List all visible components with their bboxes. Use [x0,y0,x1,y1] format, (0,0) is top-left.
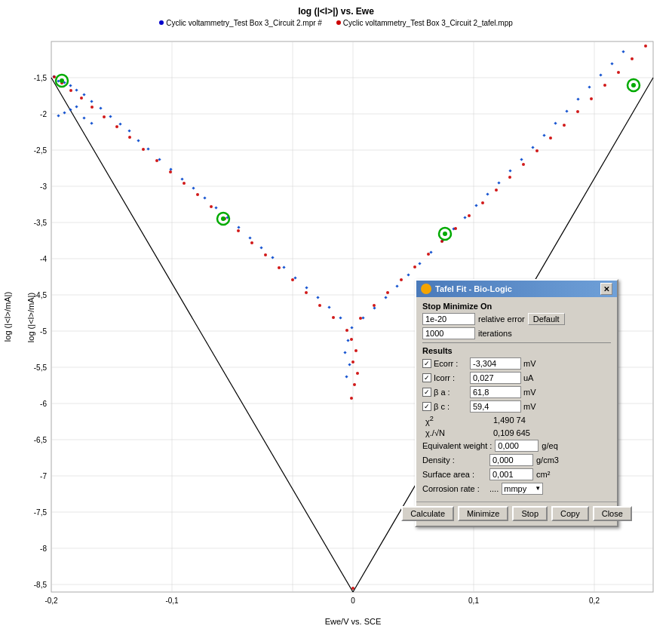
svg-text:-5,5: -5,5 [34,364,48,372]
ecorr-value[interactable] [470,357,521,370]
beta-c-value[interactable] [470,400,521,413]
svg-point-139 [481,201,484,204]
svg-point-147 [590,97,593,100]
svg-text:-1,5: -1,5 [34,74,48,82]
surface-area-row: Surface area : cm² [422,468,611,480]
svg-point-157 [350,397,353,400]
icorr-value[interactable] [470,372,521,384]
svg-point-170 [631,83,636,87]
svg-point-130 [359,317,362,320]
svg-point-152 [350,338,353,341]
stop-button[interactable]: Stop [512,506,548,521]
svg-point-127 [318,304,321,307]
ecorr-unit: mV [523,359,546,368]
svg-text:0,1: 0,1 [468,597,479,605]
icorr-checkbox[interactable] [422,373,431,382]
svg-text:-4,5: -4,5 [34,291,48,299]
svg-point-138 [468,214,471,217]
svg-point-134 [413,265,416,268]
iterations-row: iterations [422,327,611,339]
beta-a-value[interactable] [470,386,521,398]
beta-a-checkbox[interactable] [422,388,431,397]
svg-text:-4: -4 [40,255,47,263]
svg-point-116 [169,170,172,173]
relative-error-row: relative error Default [422,313,611,325]
svg-text:-8: -8 [40,545,47,553]
iterations-label: iterations [478,329,512,338]
equiv-weight-row: Equivalent weight : g/eq [422,440,611,452]
svg-point-153 [354,349,357,352]
icorr-label: Icorr : [434,373,468,382]
calculate-button[interactable]: Calculate [401,506,454,521]
default-button[interactable]: Default [528,313,565,325]
svg-point-111 [103,115,106,118]
surface-area-label: Surface area : [422,470,486,479]
svg-point-131 [373,304,376,307]
beta-c-row: β c : mV [422,400,611,413]
beta-a-unit: mV [523,388,546,397]
density-unit: g/cm3 [536,456,559,465]
beta-a-label: β a : [434,388,468,397]
surface-area-input[interactable] [489,468,533,480]
equiv-weight-input[interactable] [495,440,539,452]
icorr-unit: uA [523,373,546,382]
svg-text:-0,1: -0,1 [165,597,179,605]
svg-point-150 [631,57,634,60]
svg-point-133 [400,278,403,281]
ecorr-row: Ecorr : mV [422,357,611,370]
density-input[interactable] [489,454,533,466]
svg-point-126 [305,291,308,294]
tafel-fit-dialog: Tafel Fit - Bio-Logic ✕ Stop Minimize On… [415,279,618,527]
svg-point-151 [644,44,647,48]
chi2-label: χ2 [425,415,493,426]
svg-point-124 [278,266,281,269]
beta-c-checkbox[interactable] [422,402,431,411]
corrosion-rate-label: Corrosion rate : [422,484,486,493]
iterations-input[interactable] [422,327,475,339]
relative-error-label: relative error [478,314,525,324]
svg-point-119 [210,205,213,208]
svg-point-154 [351,360,354,364]
svg-text:-6: -6 [40,400,47,408]
dialog-body: Stop Minimize On relative error Default … [416,297,617,502]
dialog-close-button[interactable]: ✕ [600,283,612,295]
chi-sqrt-row: χ./√N 0,109 645 [422,428,611,437]
svg-text:Ewe/V vs. SCE: Ewe/V vs. SCE [325,617,382,626]
dialog-buttons: Calculate Minimize Stop Copy Close [416,502,617,526]
copy-button[interactable]: Copy [551,506,589,521]
chi-sqrt-value: 0,109 645 [493,428,530,437]
svg-text:log (|<I>/mA|): log (|<I>/mA|) [3,292,12,342]
svg-point-121 [237,229,240,232]
corrosion-dots: .... [489,484,499,493]
svg-text:-0,2: -0,2 [44,597,58,605]
svg-point-109 [80,97,83,100]
svg-point-132 [386,291,389,294]
svg-point-128 [332,316,335,319]
svg-point-123 [264,253,267,256]
svg-point-114 [142,148,145,151]
svg-text:-2,5: -2,5 [34,146,48,155]
svg-point-144 [549,137,552,140]
svg-point-122 [250,241,253,244]
svg-point-106 [53,75,56,78]
svg-point-117 [183,182,186,185]
relative-error-input[interactable] [422,313,475,325]
svg-point-145 [563,124,566,127]
close-button[interactable]: Close [593,506,632,521]
svg-point-148 [603,84,606,87]
svg-point-156 [353,383,356,386]
minimize-button[interactable]: Minimize [458,506,508,521]
svg-point-142 [522,163,525,166]
svg-point-141 [508,176,511,179]
svg-point-146 [576,110,579,113]
svg-point-137 [454,227,457,230]
chi2-value: 1,490 74 [493,416,526,425]
svg-point-155 [356,372,359,375]
svg-point-110 [91,106,94,109]
corrosion-rate-select[interactable]: mmpy ▼ [502,483,543,495]
svg-point-112 [115,125,118,128]
dialog-titlebar: Tafel Fit - Bio-Logic ✕ [416,281,617,297]
ecorr-checkbox[interactable] [422,359,431,368]
density-label: Density : [422,456,486,465]
svg-text:-3,5: -3,5 [34,219,48,227]
